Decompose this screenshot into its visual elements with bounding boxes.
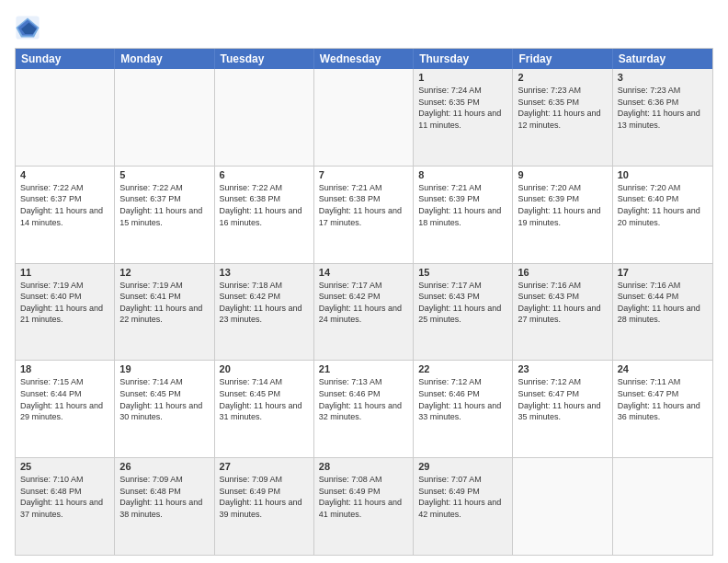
weekday-header: Saturday [613, 49, 712, 69]
weekday-header: Monday [115, 49, 214, 69]
day-info: Sunrise: 7:14 AMSunset: 6:45 PMDaylight:… [119, 376, 209, 422]
calendar-cell: 20Sunrise: 7:14 AMSunset: 6:45 PMDayligh… [215, 361, 314, 457]
day-info: Sunrise: 7:09 AMSunset: 6:49 PMDaylight:… [220, 474, 309, 520]
day-info: Sunrise: 7:17 AMSunset: 6:43 PMDaylight:… [418, 280, 507, 326]
day-number: 23 [518, 363, 607, 374]
calendar-cell: 3Sunrise: 7:23 AMSunset: 6:36 PMDaylight… [613, 69, 712, 166]
day-number: 6 [220, 169, 309, 180]
calendar-cell: 2Sunrise: 7:23 AMSunset: 6:35 PMDaylight… [513, 69, 612, 166]
day-info: Sunrise: 7:21 AMSunset: 6:38 PMDaylight:… [319, 182, 408, 228]
day-info: Sunrise: 7:19 AMSunset: 6:41 PMDaylight:… [119, 280, 209, 326]
calendar-cell: 12Sunrise: 7:19 AMSunset: 6:41 PMDayligh… [115, 264, 214, 361]
day-info: Sunrise: 7:23 AMSunset: 6:35 PMDaylight:… [518, 85, 607, 131]
day-info: Sunrise: 7:22 AMSunset: 6:37 PMDaylight:… [119, 182, 209, 228]
day-number: 22 [418, 363, 507, 374]
calendar-cell: 22Sunrise: 7:12 AMSunset: 6:46 PMDayligh… [414, 361, 513, 457]
calendar-row: 25Sunrise: 7:10 AMSunset: 6:48 PMDayligh… [16, 458, 712, 555]
calendar-cell: 24Sunrise: 7:11 AMSunset: 6:47 PMDayligh… [613, 361, 712, 457]
day-number: 15 [418, 267, 507, 278]
calendar-cell [314, 69, 414, 166]
calendar-header: SundayMondayTuesdayWednesdayThursdayFrid… [16, 49, 712, 69]
day-info: Sunrise: 7:20 AMSunset: 6:40 PMDaylight:… [618, 182, 708, 228]
day-number: 9 [518, 169, 607, 180]
calendar-cell [513, 458, 612, 555]
day-number: 19 [119, 363, 209, 374]
day-info: Sunrise: 7:21 AMSunset: 6:39 PMDaylight:… [418, 182, 507, 228]
calendar-cell: 13Sunrise: 7:18 AMSunset: 6:42 PMDayligh… [215, 264, 314, 361]
calendar-cell: 9Sunrise: 7:20 AMSunset: 6:39 PMDaylight… [513, 167, 612, 263]
day-number: 12 [119, 267, 209, 278]
calendar-row: 11Sunrise: 7:19 AMSunset: 6:40 PMDayligh… [16, 264, 712, 362]
day-number: 3 [618, 72, 708, 83]
calendar-cell: 11Sunrise: 7:19 AMSunset: 6:40 PMDayligh… [16, 264, 115, 361]
calendar-cell: 5Sunrise: 7:22 AMSunset: 6:37 PMDaylight… [115, 167, 214, 263]
day-info: Sunrise: 7:10 AMSunset: 6:48 PMDaylight:… [20, 474, 109, 520]
day-number: 26 [119, 461, 209, 472]
day-info: Sunrise: 7:22 AMSunset: 6:37 PMDaylight:… [20, 182, 109, 228]
day-info: Sunrise: 7:12 AMSunset: 6:46 PMDaylight:… [418, 376, 507, 422]
day-info: Sunrise: 7:15 AMSunset: 6:44 PMDaylight:… [20, 376, 109, 422]
day-info: Sunrise: 7:14 AMSunset: 6:45 PMDaylight:… [220, 376, 309, 422]
calendar-row: 1Sunrise: 7:24 AMSunset: 6:35 PMDaylight… [16, 69, 712, 167]
logo [15, 15, 44, 40]
calendar-cell: 19Sunrise: 7:14 AMSunset: 6:45 PMDayligh… [115, 361, 214, 457]
calendar-cell: 26Sunrise: 7:09 AMSunset: 6:48 PMDayligh… [115, 458, 214, 555]
day-number: 1 [418, 72, 507, 83]
day-info: Sunrise: 7:23 AMSunset: 6:36 PMDaylight:… [618, 85, 708, 131]
calendar-cell: 27Sunrise: 7:09 AMSunset: 6:49 PMDayligh… [215, 458, 314, 555]
day-number: 10 [618, 169, 708, 180]
day-info: Sunrise: 7:18 AMSunset: 6:42 PMDaylight:… [220, 280, 309, 326]
weekday-header: Thursday [414, 49, 513, 69]
day-number: 25 [20, 461, 109, 472]
day-number: 27 [220, 461, 309, 472]
calendar: SundayMondayTuesdayWednesdayThursdayFrid… [15, 48, 713, 556]
calendar-cell: 10Sunrise: 7:20 AMSunset: 6:40 PMDayligh… [613, 167, 712, 263]
day-number: 18 [20, 363, 109, 374]
weekday-header: Tuesday [215, 49, 314, 69]
header [15, 15, 713, 40]
calendar-cell [613, 458, 712, 555]
day-number: 28 [319, 461, 408, 472]
calendar-cell: 18Sunrise: 7:15 AMSunset: 6:44 PMDayligh… [16, 361, 115, 457]
day-info: Sunrise: 7:17 AMSunset: 6:42 PMDaylight:… [319, 280, 408, 326]
calendar-cell: 16Sunrise: 7:16 AMSunset: 6:43 PMDayligh… [513, 264, 612, 361]
day-info: Sunrise: 7:16 AMSunset: 6:43 PMDaylight:… [518, 280, 607, 326]
day-info: Sunrise: 7:19 AMSunset: 6:40 PMDaylight:… [20, 280, 109, 326]
day-info: Sunrise: 7:07 AMSunset: 6:49 PMDaylight:… [418, 474, 507, 520]
weekday-header: Sunday [16, 49, 115, 69]
calendar-cell: 23Sunrise: 7:12 AMSunset: 6:47 PMDayligh… [513, 361, 612, 457]
day-number: 13 [220, 267, 309, 278]
calendar-cell: 28Sunrise: 7:08 AMSunset: 6:49 PMDayligh… [314, 458, 414, 555]
calendar-cell: 15Sunrise: 7:17 AMSunset: 6:43 PMDayligh… [414, 264, 513, 361]
day-number: 24 [618, 363, 708, 374]
day-number: 20 [220, 363, 309, 374]
day-number: 14 [319, 267, 408, 278]
day-info: Sunrise: 7:09 AMSunset: 6:48 PMDaylight:… [119, 474, 209, 520]
calendar-cell [115, 69, 214, 166]
day-number: 17 [618, 267, 708, 278]
day-number: 16 [518, 267, 607, 278]
day-info: Sunrise: 7:12 AMSunset: 6:47 PMDaylight:… [518, 376, 607, 422]
calendar-body: 1Sunrise: 7:24 AMSunset: 6:35 PMDaylight… [16, 69, 712, 555]
day-number: 5 [119, 169, 209, 180]
calendar-cell: 8Sunrise: 7:21 AMSunset: 6:39 PMDaylight… [414, 167, 513, 263]
page: SundayMondayTuesdayWednesdayThursdayFrid… [0, 0, 728, 563]
calendar-cell: 25Sunrise: 7:10 AMSunset: 6:48 PMDayligh… [16, 458, 115, 555]
day-info: Sunrise: 7:16 AMSunset: 6:44 PMDaylight:… [618, 280, 708, 326]
day-info: Sunrise: 7:11 AMSunset: 6:47 PMDaylight:… [618, 376, 708, 422]
day-number: 11 [20, 267, 109, 278]
calendar-row: 18Sunrise: 7:15 AMSunset: 6:44 PMDayligh… [16, 361, 712, 458]
day-info: Sunrise: 7:22 AMSunset: 6:38 PMDaylight:… [220, 182, 309, 228]
calendar-cell: 29Sunrise: 7:07 AMSunset: 6:49 PMDayligh… [414, 458, 513, 555]
day-number: 21 [319, 363, 408, 374]
calendar-cell: 17Sunrise: 7:16 AMSunset: 6:44 PMDayligh… [613, 264, 712, 361]
calendar-cell: 1Sunrise: 7:24 AMSunset: 6:35 PMDaylight… [414, 69, 513, 166]
day-info: Sunrise: 7:20 AMSunset: 6:39 PMDaylight:… [518, 182, 607, 228]
day-info: Sunrise: 7:24 AMSunset: 6:35 PMDaylight:… [418, 85, 507, 131]
day-number: 4 [20, 169, 109, 180]
day-number: 2 [518, 72, 607, 83]
calendar-cell: 7Sunrise: 7:21 AMSunset: 6:38 PMDaylight… [314, 167, 414, 263]
calendar-cell: 14Sunrise: 7:17 AMSunset: 6:42 PMDayligh… [314, 264, 414, 361]
day-info: Sunrise: 7:08 AMSunset: 6:49 PMDaylight:… [319, 474, 408, 520]
calendar-cell: 21Sunrise: 7:13 AMSunset: 6:46 PMDayligh… [314, 361, 414, 457]
